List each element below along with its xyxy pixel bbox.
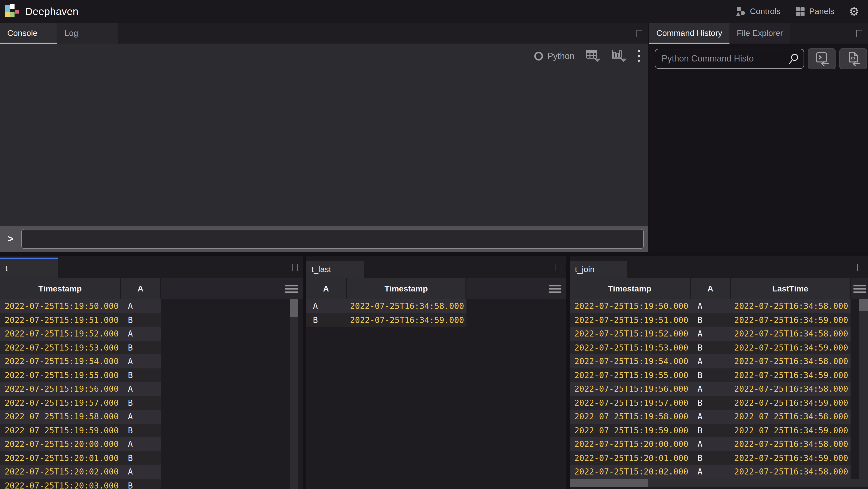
maximize-icon[interactable] (857, 30, 862, 37)
table-row[interactable]: 2022-07-25T15:19:50.000A2022-07-25T16:34… (569, 299, 850, 313)
send-to-notebook-button[interactable] (839, 48, 867, 69)
tab-t-last[interactable]: t_last (306, 261, 364, 279)
table-row[interactable]: A2022-07-25T16:34:58.000 (306, 299, 466, 313)
table-row[interactable]: 2022-07-25T15:19:55.000B2022-07-25T16:34… (569, 368, 850, 382)
table-row[interactable]: 2022-07-25T15:19:57.000B (0, 396, 161, 410)
table-row[interactable]: 2022-07-25T15:19:51.000B (0, 313, 161, 327)
table-row[interactable]: 2022-07-25T15:20:01.000B (0, 451, 161, 465)
table-cell: A (121, 354, 161, 368)
maximize-icon[interactable] (556, 264, 561, 271)
history-search-input[interactable] (655, 50, 804, 68)
t-grid[interactable]: 2022-07-25T15:19:50.000A2022-07-25T15:19… (0, 299, 303, 489)
table-commands-button[interactable] (586, 50, 600, 62)
table-row[interactable]: 2022-07-25T15:19:51.000B2022-07-25T16:34… (569, 313, 850, 327)
table-row[interactable]: 2022-07-25T15:20:02.000A (0, 465, 161, 479)
t-join-vertical-scrollbar[interactable] (859, 299, 868, 479)
table-row[interactable]: 2022-07-25T15:19:54.000A2022-07-25T16:34… (569, 354, 850, 368)
table-row[interactable]: 2022-07-25T15:19:56.000A (0, 382, 161, 396)
table-row[interactable]: 2022-07-25T15:19:53.000B (0, 340, 161, 354)
tab-file-explorer[interactable]: File Explorer (730, 23, 790, 43)
t-last-grid[interactable]: A2022-07-25T16:34:58.000B2022-07-25T16:3… (306, 299, 566, 489)
table-row[interactable]: 2022-07-25T15:19:50.000A (0, 299, 161, 313)
table-cell: 2022-07-25T16:34:58.000 (731, 327, 850, 340)
command-history-panel: Command History File Explorer (649, 23, 868, 252)
table-cell: 2022-07-25T15:20:00.000 (0, 437, 121, 451)
panel-divider[interactable] (303, 256, 306, 489)
table-cell: 2022-07-25T15:19:53.000 (569, 340, 691, 354)
table-row[interactable]: 2022-07-25T15:19:53.000B2022-07-25T16:34… (569, 340, 850, 354)
t-join-horizontal-scrollbar[interactable] (569, 479, 868, 487)
scrollbar-thumb[interactable] (290, 299, 298, 317)
column-header[interactable]: Timestamp (347, 279, 466, 299)
table-cell: 2022-07-25T16:34:58.000 (731, 382, 850, 396)
tab-log[interactable]: Log (57, 23, 118, 43)
tab-command-history[interactable]: Command History (649, 23, 730, 43)
hamburger-icon[interactable] (549, 285, 561, 293)
column-header[interactable]: A (691, 279, 731, 299)
table-cell: 2022-07-25T15:19:57.000 (569, 396, 691, 410)
tab-t-join[interactable]: t_join (569, 261, 627, 279)
file-arrow-icon (846, 52, 861, 66)
table-rows: 2022-07-25T15:19:50.000A2022-07-25T15:19… (0, 299, 303, 489)
table-row[interactable]: 2022-07-25T15:19:59.000B (0, 423, 161, 437)
tab-console[interactable]: Console (0, 23, 57, 43)
scrollbar-thumb[interactable] (569, 479, 648, 487)
console-input[interactable] (21, 229, 644, 249)
column-header[interactable]: Timestamp (569, 279, 691, 299)
table-panel-t-last: t_last ATimestamp A2022-07-25T16:34:58.0… (306, 256, 566, 489)
gear-icon[interactable]: ⚙ (849, 6, 859, 18)
table-row[interactable]: 2022-07-25T15:19:54.000A (0, 354, 161, 368)
deephaven-logo-icon (5, 4, 20, 19)
table-row[interactable]: 2022-07-25T15:19:55.000B (0, 368, 161, 382)
kebab-menu-icon[interactable] (638, 50, 640, 63)
t-vertical-scrollbar[interactable] (290, 299, 298, 489)
table-row[interactable]: 2022-07-25T15:19:56.000A2022-07-25T16:34… (569, 382, 850, 396)
table-row[interactable]: 2022-07-25T15:19:58.000A (0, 410, 161, 423)
table-cell: B (691, 396, 731, 410)
table-cell: 2022-07-25T15:19:58.000 (569, 410, 691, 423)
table-cell: 2022-07-25T15:19:50.000 (569, 299, 691, 313)
hamburger-icon[interactable] (854, 285, 866, 293)
table-cell: 2022-07-25T15:19:52.000 (0, 327, 121, 340)
panel-divider[interactable] (566, 256, 569, 489)
table-cell: B (121, 423, 161, 437)
table-cell: B (691, 451, 731, 465)
table-row[interactable]: 2022-07-25T15:20:02.000A2022-07-25T16:34… (569, 465, 850, 479)
console-output-area[interactable]: Python (0, 43, 648, 226)
scrollbar-thumb[interactable] (859, 299, 868, 311)
hamburger-icon[interactable] (285, 285, 298, 293)
table-cell: B (121, 396, 161, 410)
table-row[interactable]: B2022-07-25T16:34:59.000 (306, 313, 466, 327)
table-row[interactable]: 2022-07-25T15:19:52.000A2022-07-25T16:34… (569, 327, 850, 340)
panels-menu-button[interactable]: Panels (795, 7, 834, 17)
table-row[interactable]: 2022-07-25T15:19:58.000A2022-07-25T16:34… (569, 410, 850, 423)
table-row[interactable]: 2022-07-25T15:20:03.000B (0, 479, 161, 489)
tab-t[interactable]: t (0, 258, 58, 279)
maximize-icon[interactable] (292, 264, 298, 271)
header-cols: ATimestamp (306, 279, 466, 299)
send-to-console-button[interactable] (808, 48, 836, 69)
column-header[interactable]: A (306, 279, 347, 299)
table-row[interactable]: 2022-07-25T15:19:59.000B2022-07-25T16:34… (569, 423, 850, 437)
column-header[interactable]: Timestamp (0, 279, 121, 299)
maximize-icon[interactable] (637, 30, 642, 37)
controls-menu-button[interactable]: Controls (736, 7, 781, 17)
dock-divider[interactable] (0, 252, 868, 256)
table-row[interactable]: 2022-07-25T15:20:00.000A2022-07-25T16:34… (569, 437, 850, 451)
table-row[interactable]: 2022-07-25T15:19:57.000B2022-07-25T16:34… (569, 396, 850, 410)
column-header[interactable]: LastTime (731, 279, 850, 299)
column-header[interactable]: A (121, 279, 161, 299)
table-row[interactable]: 2022-07-25T15:20:00.000A (0, 437, 161, 451)
chart-commands-button[interactable] (611, 50, 626, 62)
table-cell: 2022-07-25T15:19:58.000 (0, 410, 121, 423)
table-cell: 2022-07-25T15:19:59.000 (0, 423, 121, 437)
table-cell: A (306, 299, 347, 313)
maximize-icon[interactable] (857, 264, 863, 271)
table-cell: 2022-07-25T15:19:57.000 (0, 396, 121, 410)
table-cell: 2022-07-25T16:34:58.000 (731, 465, 850, 479)
table-row[interactable]: 2022-07-25T15:20:01.000B2022-07-25T16:34… (569, 451, 850, 465)
table-row[interactable]: 2022-07-25T15:19:52.000A (0, 327, 161, 340)
table-cell: 2022-07-25T15:19:51.000 (569, 313, 691, 327)
t-join-grid[interactable]: 2022-07-25T15:19:50.000A2022-07-25T16:34… (569, 299, 868, 489)
controls-label: Controls (750, 7, 781, 17)
